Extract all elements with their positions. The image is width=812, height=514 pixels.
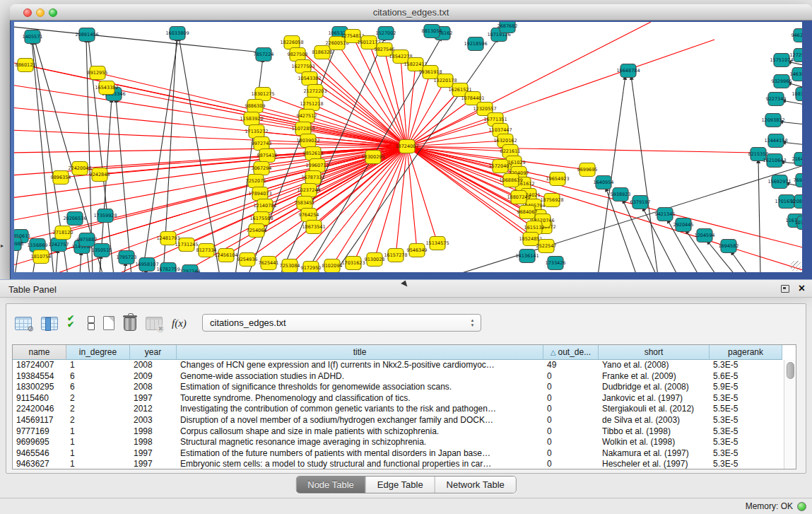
- cell: 2008: [130, 360, 177, 371]
- graph-node-label: 7583451: [295, 200, 315, 206]
- column-header-name[interactable]: name: [13, 345, 66, 360]
- column-header-title[interactable]: title: [177, 345, 543, 360]
- table-row[interactable]: 969969511998Structural magnetic resonanc…: [13, 437, 796, 448]
- graph-edge: [623, 199, 657, 272]
- network-canvas[interactable]: 1405571208914061603380978572241065328715…: [14, 22, 802, 272]
- float-panel-icon[interactable]: [781, 285, 789, 293]
- graph-node-label: 16157278: [384, 252, 407, 258]
- cell: 5.3E-5: [710, 393, 782, 404]
- graph-node-label: 19218596: [464, 41, 487, 47]
- memory-status-label: Memory: OK: [746, 501, 793, 511]
- cell: Genome-wide association studies in ADHD.: [177, 371, 543, 382]
- column-header-in_degree[interactable]: in_degree: [66, 345, 130, 360]
- graph-node-label: 2718120: [53, 230, 73, 235]
- resize-grip-icon[interactable]: [791, 261, 801, 271]
- tab-edge-table[interactable]: Edge Table: [366, 477, 435, 493]
- cell: 2: [66, 393, 130, 404]
- graph-node-label: 16175508: [249, 216, 273, 221]
- cell: 18300295: [13, 382, 66, 393]
- cell: 0: [543, 459, 599, 470]
- graph-node-label: 1405571: [23, 34, 43, 40]
- graph-node-label: 12085634: [790, 199, 802, 204]
- cell: 0: [543, 393, 599, 404]
- graph-edge: [332, 146, 407, 266]
- cell: 1997: [130, 393, 177, 404]
- cell: 1998: [130, 437, 177, 448]
- graph-edge: [396, 146, 407, 255]
- table-row[interactable]: 977716911998Corpus callosum shape and si…: [13, 426, 796, 438]
- column-header-short[interactable]: short: [599, 345, 710, 360]
- vertical-scrollbar[interactable]: [784, 360, 796, 469]
- table-settings-icon[interactable]: [15, 317, 32, 330]
- column-header-pagerank[interactable]: pagerank: [710, 345, 782, 360]
- table-row[interactable]: 946554611997Estimation of the future num…: [13, 448, 796, 460]
- tab-node-table[interactable]: Node Table: [296, 477, 366, 493]
- cell: 0: [543, 371, 599, 382]
- graph-node-label: 18301275: [251, 91, 274, 97]
- table-row[interactable]: 946362711997Embryonic stem cells: a mode…: [13, 459, 796, 470]
- graph-node-label: 2522547: [536, 243, 557, 249]
- cell: 5.3E-5: [710, 448, 782, 460]
- graph-node-label: 18300295: [361, 154, 384, 160]
- row-height-icon[interactable]: [88, 316, 94, 330]
- network-graph[interactable]: 1405571208914061603380978572241065328715…: [14, 22, 802, 272]
- graph-edge: [14, 27, 261, 52]
- cell: 49: [543, 360, 599, 371]
- table-row[interactable]: 1938455462009Genome-wide association stu…: [13, 371, 796, 382]
- trash-icon[interactable]: [124, 317, 136, 331]
- window-titlebar[interactable]: citations_edges.txt: [10, 4, 812, 21]
- cell: 5.9E-5: [710, 382, 782, 393]
- cell: Wolkin et al. (1998): [599, 437, 710, 448]
- graph-node-label: 9242848: [90, 172, 110, 177]
- collapsed-panel-arrow-icon[interactable]: ▸: [1, 243, 4, 249]
- select-rows-icon[interactable]: [67, 316, 78, 330]
- table-selector-dropdown[interactable]: citations_edges.txt ▲▼: [202, 314, 481, 332]
- graph-node-label: 17359928: [93, 213, 117, 218]
- tab-network-table[interactable]: Network Table: [435, 477, 516, 493]
- table-row[interactable]: 1872400712008Changes of HCN gene express…: [13, 360, 796, 371]
- graph-node-label: 15134575: [425, 240, 449, 246]
- graph-node-label: 18039022: [296, 138, 319, 144]
- column-header-year[interactable]: year: [130, 345, 177, 360]
- cell: 2: [66, 404, 130, 415]
- new-table-icon[interactable]: [103, 316, 114, 330]
- graph-edge: [407, 146, 755, 153]
- graph-node-label: 15692971: [767, 179, 791, 185]
- function-builder-icon[interactable]: f(x): [172, 317, 187, 329]
- scrollbar-thumb[interactable]: [787, 362, 794, 379]
- graph-node-label: 16277503: [291, 64, 314, 69]
- graph-node-label: 9329966: [772, 78, 792, 84]
- graph-node-label: 7254064: [247, 228, 267, 233]
- graph-edge: [80, 251, 81, 272]
- cell: Franke et al. (2009): [599, 371, 710, 382]
- cell: 1: [66, 459, 130, 470]
- graph-node-label: 15751074: [770, 57, 793, 63]
- cell: 1997: [130, 459, 177, 470]
- graph-node-label: 1694582: [719, 243, 739, 249]
- column-header-out_de[interactable]: △out_de...: [543, 345, 599, 360]
- cell: 5.5E-5: [710, 404, 782, 415]
- table-row[interactable]: 1456911722003Disruption of a novel membe…: [13, 415, 796, 426]
- graph-node-label: 1527002: [376, 30, 396, 36]
- graph-node-label: 16210643: [763, 158, 786, 163]
- close-panel-icon[interactable]: ×: [799, 281, 805, 296]
- table-row[interactable]: 911546021997Tourette syndrome. Phenomeno…: [13, 393, 796, 404]
- table-row[interactable]: 2242004622012Investigating the contribut…: [13, 404, 796, 415]
- graph-node-label: 9972743: [252, 141, 272, 146]
- graph-node-label: 5938923: [611, 192, 631, 197]
- cell: 6: [66, 382, 130, 393]
- network-frame-border: 1405571208914061603380978572241065328715…: [10, 21, 812, 279]
- cell: Jankovic et al. (1997): [599, 393, 710, 404]
- status-bar: Memory: OK: [746, 500, 806, 513]
- cell: 5.3E-5: [710, 426, 782, 438]
- graph-node-label: 7625441: [259, 260, 279, 266]
- cell: 0: [543, 404, 599, 415]
- cell: 0: [543, 415, 599, 426]
- import-table-icon[interactable]: [146, 317, 163, 330]
- graph-node-label: 1733426: [546, 260, 566, 266]
- table-row[interactable]: 1830029562008Estimation of significance …: [13, 382, 796, 393]
- graph-node-label: 10784401: [461, 95, 484, 101]
- show-columns-icon[interactable]: [41, 317, 58, 330]
- graph-node-label: 1350515: [92, 247, 112, 253]
- graph-node-label: 9462828: [792, 33, 802, 38]
